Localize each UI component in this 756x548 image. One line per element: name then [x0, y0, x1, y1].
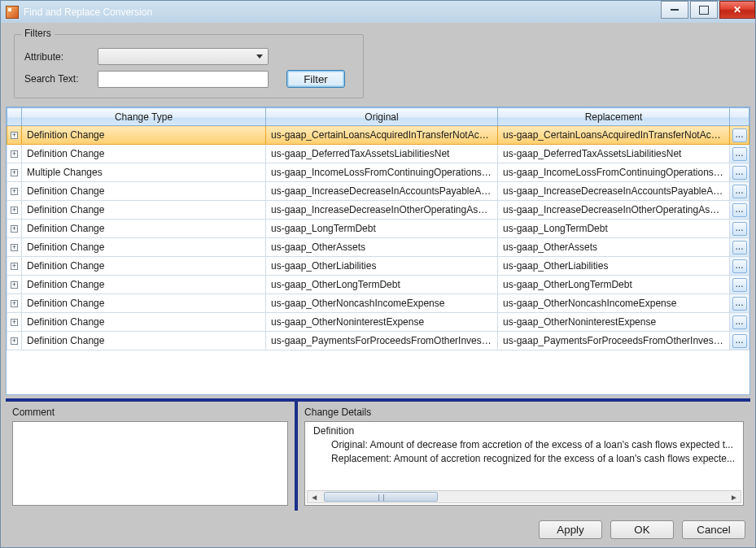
table-row[interactable]: +Definition Changeus-gaap_IncreaseDecrea… [7, 182, 749, 201]
row-ellipsis-button[interactable]: ... [732, 166, 747, 180]
expand-toggle[interactable]: + [7, 332, 22, 350]
apply-button[interactable]: Apply [539, 520, 602, 539]
minimize-button[interactable] [661, 1, 688, 19]
close-button[interactable] [719, 1, 755, 19]
cancel-button[interactable]: Cancel [682, 520, 745, 539]
col-original[interactable]: Original [266, 108, 498, 126]
scroll-left-icon[interactable]: ◄ [308, 493, 321, 502]
cell-replacement: us-gaap_OtherLiabilities [498, 257, 730, 276]
expand-toggle[interactable]: + [7, 182, 22, 201]
cell-action: ... [730, 163, 749, 182]
cell-action: ... [730, 238, 749, 257]
cell-original: us-gaap_OtherLongTermDebt [266, 276, 498, 294]
filters-legend: Filters [21, 28, 55, 39]
row-ellipsis-button[interactable]: ... [732, 147, 747, 161]
expand-toggle[interactable]: + [7, 276, 22, 294]
row-ellipsis-button[interactable]: ... [732, 222, 747, 236]
cell-replacement: us-gaap_IncreaseDecreaseInOtherOperating… [498, 201, 730, 220]
cell-original: us-gaap_OtherLiabilities [266, 257, 498, 276]
row-ellipsis-button[interactable]: ... [732, 315, 747, 329]
cell-change-type: Definition Change [22, 257, 266, 276]
search-row: Search Text: Filter [24, 70, 353, 88]
expand-toggle[interactable]: + [7, 126, 22, 145]
col-replacement[interactable]: Replacement [498, 108, 730, 126]
col-change-type[interactable]: Change Type [22, 108, 266, 126]
row-ellipsis-button[interactable]: ... [732, 259, 747, 273]
cell-replacement: us-gaap_DeferredTaxAssetsLiabilitiesNet [498, 145, 730, 163]
table-row[interactable]: +Multiple Changesus-gaap_IncomeLossFromC… [7, 163, 749, 182]
expand-toggle[interactable]: + [7, 313, 22, 332]
filter-button[interactable]: Filter [286, 70, 345, 88]
table-row[interactable]: +Definition Changeus-gaap_PaymentsForPro… [7, 332, 749, 350]
cell-replacement: us-gaap_OtherNoncashIncomeExpense [498, 294, 730, 313]
expand-toggle[interactable]: + [7, 238, 22, 257]
cell-original: us-gaap_OtherNoncashIncomeExpense [266, 294, 498, 313]
row-ellipsis-button[interactable]: ... [732, 334, 747, 348]
table-row[interactable]: +Definition Changeus-gaap_LongTermDebtus… [7, 220, 749, 238]
attribute-dropdown[interactable] [98, 48, 269, 65]
cell-original: us-gaap_OtherNoninterestExpense [266, 313, 498, 332]
cell-original: us-gaap_PaymentsForProceedsFromOtherInve… [266, 332, 498, 350]
cell-change-type: Definition Change [22, 313, 266, 332]
cell-replacement: us-gaap_IncreaseDecreaseInAccountsPayabl… [498, 182, 730, 201]
expand-toggle[interactable]: + [7, 163, 22, 182]
cell-original: us-gaap_CertainLoansAcquiredInTransferNo… [266, 126, 498, 145]
expand-toggle[interactable]: + [7, 201, 22, 220]
window-body: Filters Attribute: Search Text: Filter C… [0, 23, 756, 548]
window-buttons [659, 1, 755, 23]
cell-original: us-gaap_DeferredTaxAssetsLiabilitiesNet [266, 145, 498, 163]
table-row[interactable]: +Definition Changeus-gaap_DeferredTaxAss… [7, 145, 749, 163]
cell-change-type: Definition Change [22, 294, 266, 313]
cell-replacement: us-gaap_IncomeLossFromContinuingOperatio… [498, 163, 730, 182]
cell-action: ... [730, 257, 749, 276]
details-header: Definition [313, 425, 735, 437]
change-details-box: Definition Original: Amount of decrease … [304, 421, 744, 506]
table-row[interactable]: +Definition Changeus-gaap_IncreaseDecrea… [7, 201, 749, 220]
expand-toggle[interactable]: + [7, 145, 22, 163]
row-ellipsis-button[interactable]: ... [732, 128, 747, 142]
col-expand[interactable] [7, 108, 22, 126]
cell-original: us-gaap_IncomeLossFromContinuingOperatio… [266, 163, 498, 182]
row-ellipsis-button[interactable]: ... [732, 241, 747, 254]
expand-toggle[interactable]: + [7, 257, 22, 276]
dialog-footer: Apply OK Cancel [6, 514, 750, 542]
cell-replacement: us-gaap_OtherNoninterestExpense [498, 313, 730, 332]
maximize-button[interactable] [690, 1, 718, 19]
cell-change-type: Definition Change [22, 182, 266, 201]
comment-textbox[interactable] [12, 421, 288, 506]
expand-toggle[interactable]: + [7, 220, 22, 238]
row-ellipsis-button[interactable]: ... [732, 185, 747, 198]
table-row[interactable]: +Definition Changeus-gaap_OtherNonintere… [7, 313, 749, 332]
cell-action: ... [730, 313, 749, 332]
cell-original: us-gaap_OtherAssets [266, 238, 498, 257]
expand-toggle[interactable]: + [7, 294, 22, 313]
row-ellipsis-button[interactable]: ... [732, 203, 747, 217]
scroll-right-icon[interactable]: ► [728, 493, 741, 502]
filters-group: Filters Attribute: Search Text: Filter [14, 34, 364, 98]
titlebar: Find and Replace Conversion [0, 0, 756, 23]
search-input[interactable] [98, 71, 269, 88]
details-horizontal-scrollbar[interactable]: ◄ ► [307, 490, 741, 503]
table-row[interactable]: +Definition Changeus-gaap_OtherLiabiliti… [7, 257, 749, 276]
grid-header-row: Change Type Original Replacement [7, 108, 749, 126]
cell-replacement: us-gaap_LongTermDebt [498, 220, 730, 238]
cell-change-type: Definition Change [22, 276, 266, 294]
cell-replacement: us-gaap_OtherLongTermDebt [498, 276, 730, 294]
row-ellipsis-button[interactable]: ... [732, 278, 747, 292]
ok-button[interactable]: OK [610, 520, 674, 539]
results-grid: Change Type Original Replacement +Defini… [6, 107, 750, 395]
cell-change-type: Definition Change [22, 332, 266, 350]
row-ellipsis-button[interactable]: ... [732, 297, 747, 311]
cell-replacement: us-gaap_PaymentsForProceedsFromOtherInve… [498, 332, 730, 350]
cell-action: ... [730, 201, 749, 220]
table-row[interactable]: +Definition Changeus-gaap_OtherAssetsus-… [7, 238, 749, 257]
cell-change-type: Multiple Changes [22, 163, 266, 182]
cell-action: ... [730, 220, 749, 238]
details-split: Comment Change Details Definition Origin… [6, 398, 750, 511]
cell-change-type: Definition Change [22, 238, 266, 257]
scroll-thumb[interactable] [324, 492, 438, 502]
table-row[interactable]: +Definition Changeus-gaap_OtherNoncashIn… [7, 294, 749, 313]
col-action[interactable] [730, 108, 749, 126]
table-row[interactable]: +Definition Changeus-gaap_OtherLongTermD… [7, 276, 749, 294]
table-row[interactable]: +Definition Changeus-gaap_CertainLoansAc… [7, 126, 749, 145]
